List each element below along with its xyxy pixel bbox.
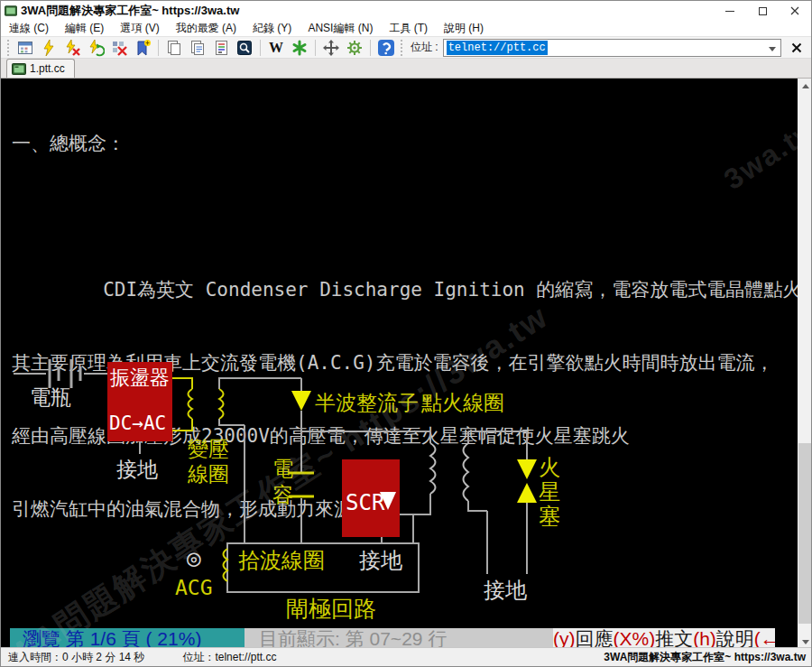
green-asterisk-icon[interactable] [288,38,311,58]
toolbar-separator [260,40,261,56]
terminal-icon [12,63,26,75]
status-bar: 連入時間：0 小時 2 分 14 秒 位址：telnet://ptt.cc 3W… [1,647,811,666]
bbs-current-lines: 目前顯示: 第 07~29 行 [245,628,553,649]
close-x-icon [791,42,802,53]
ground-label-3: 接地 [484,576,527,605]
settings-gear-icon[interactable] [343,38,366,58]
toolbar-separator [315,40,316,56]
key-push-label: 推文 [655,628,693,649]
reconnect-icon[interactable] [84,38,107,58]
connect-time: 連入時間：0 小時 2 分 14 秒 [8,650,144,665]
window-title: 3WA問題解決專家工作室~ https://3wa.tw [21,3,239,19]
tab-label: 1.ptt.cc [30,62,65,75]
spark-gap-up-triangle [517,483,537,503]
app-window: 3WA問題解決專家工作室~ https://3wa.tw 連線 (C) 編輯 (… [0,0,812,667]
capacitor-label: 電容 [272,456,296,508]
copy-icon[interactable] [162,38,186,58]
ground-label-2: 接地 [359,546,402,575]
address-label: 位址 : [411,40,438,55]
spark-plug-label: 火星塞 [539,456,564,529]
add-bookmark-icon[interactable] [131,38,154,58]
bbs-key-hints: (y)回應(X%)推文(h)說明(←)離開 [553,628,775,649]
gate-circuit-label: 閘極回路 [286,594,376,624]
menu-log[interactable]: 紀錄 (Y) [245,21,300,36]
fit-window-icon[interactable] [319,38,343,58]
menu-help[interactable]: 說明 (H) [436,21,492,36]
paste-color-icon[interactable] [209,38,233,58]
scroll-down-icon [802,640,809,644]
transformer-label: 變壓線圈 [188,436,231,486]
tab-ptt[interactable]: 1.ptt.cc [6,59,75,78]
close-button[interactable] [779,1,811,21]
bbs-status-line: 瀏覽 第 1/6 頁 ( 21%) 目前顯示: 第 07~29 行 (y)回應(… [10,628,775,649]
menu-options[interactable]: 選項 (V) [112,21,167,36]
window-controls [714,1,811,21]
key-reply-label: 回應 [576,628,614,649]
menu-bar: 連線 (C) 編輯 (E) 選項 (V) 我的最愛 (A) 紀錄 (Y) ANS… [1,21,811,37]
wikipedia-icon[interactable]: W [264,38,288,58]
scroll-up-button[interactable] [798,79,812,93]
status-address: 位址：telnet://ptt.cc [182,650,276,665]
dc-ac-label: DC→AC [109,412,166,434]
open-in-browser-icon[interactable] [233,38,256,58]
ignition-primary [400,431,430,543]
ignition-primary-coil [430,443,436,494]
battery-plates-short [59,366,80,381]
acg-label: ACG [175,576,213,599]
menu-favorites[interactable]: 我的最愛 (A) [168,21,245,36]
site-list-icon[interactable] [14,38,37,58]
copy-with-format-icon[interactable] [186,38,209,58]
key-push: (X%) [614,628,656,649]
title-bar[interactable]: 3WA問題解決專家工作室~ https://3wa.tw [1,1,811,21]
close-connection-icon[interactable] [107,38,131,58]
oscillator-label: 振盪器 [110,365,170,392]
vertical-scrollbar[interactable] [798,79,812,649]
app-icon [5,5,17,16]
chevron-down-icon[interactable] [769,47,776,51]
connect-icon[interactable] [37,38,60,58]
minimize-icon [725,11,734,12]
key-reply: (y) [553,628,576,649]
primary-coil [172,378,192,431]
key-help: (h) [693,628,716,649]
disconnect-icon[interactable] [60,38,84,58]
spark-gap-down-triangle [517,459,537,479]
tab-bar: 1.ptt.cc [1,59,811,79]
statusbar-watermark: 3WA問題解決專家工作室~ https://3wa.tw [604,650,806,665]
minimize-button[interactable] [714,1,746,21]
menu-tools[interactable]: 工具 (T) [381,21,436,36]
scr-label: SCR [346,490,384,515]
toolbar-grip[interactable] [7,40,11,56]
acg-symbol: ◎ [187,544,201,571]
toolbar-grip[interactable] [401,40,404,56]
address-value[interactable]: telnet://ptt.cc [447,41,548,55]
maximize-button[interactable] [746,1,779,21]
menu-edit[interactable]: 編輯 (E) [57,21,112,36]
key-help-label: 說明 [716,628,754,649]
close-icon [790,6,799,15]
diode-triangle [291,391,311,411]
bbs-browse-indicator: 瀏覽 第 1/6 頁 ( 21%) [10,628,245,649]
toolbar-separator [158,40,159,56]
terminal-screen[interactable]: 一、總概念： CDI為英文 Condenser Discharge Igniti… [1,79,798,649]
secondary-coil [219,389,224,419]
ignition-secondary-coil [464,443,469,501]
scrollbar-thumb[interactable] [798,443,812,624]
menu-connect[interactable]: 連線 (C) [1,21,57,36]
terminal-cursor: _ [770,628,780,649]
pcman-logo-icon[interactable] [374,38,398,58]
ground-label-1: 接地 [116,456,158,484]
close-address-button[interactable] [786,38,807,58]
battery-label: 電瓶 [30,384,71,412]
half-wave-label: 半波整流子 [315,389,419,417]
menu-ansi-edit[interactable]: ANSI編輯 (N) [300,21,381,36]
pickup-coil-label: 拾波線圈 [238,546,325,575]
svg-text:W: W [269,40,283,55]
maximize-icon [759,7,767,15]
tool-bar: W [1,37,811,59]
scroll-up-icon [802,84,809,88]
address-combobox[interactable]: telnet://ptt.cc [443,39,781,57]
toolbar-separator [370,40,371,56]
ignition-coil-label: 點火線圈 [421,389,504,417]
